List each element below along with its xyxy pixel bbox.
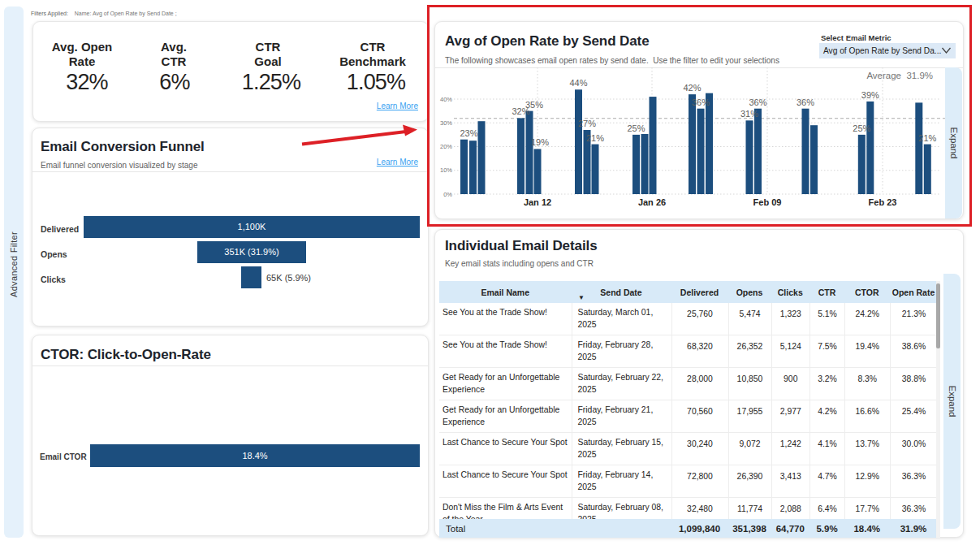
svg-text:20%: 20% [440,143,452,150]
svg-text:27%: 27% [578,119,596,128]
svg-text:19%: 19% [531,137,549,147]
svg-text:42%: 42% [683,83,701,93]
svg-text:Jan 26: Jan 26 [638,197,666,207]
svg-text:39%: 39% [861,90,879,100]
svg-text:Feb 23: Feb 23 [869,197,897,207]
svg-text:25%: 25% [627,123,645,133]
svg-text:21%: 21% [586,133,604,143]
svg-text:Feb 09: Feb 09 [753,197,782,207]
svg-text:36%: 36% [797,97,814,107]
svg-text:35%: 35% [525,100,543,110]
svg-text:44%: 44% [569,78,587,88]
svg-text:36%: 36% [692,97,710,107]
svg-text:23%: 23% [460,128,477,138]
svg-text:10%: 10% [440,167,452,174]
svg-text:25%: 25% [853,123,870,133]
svg-text:21%: 21% [918,133,936,143]
svg-text:40%: 40% [440,96,452,103]
svg-text:36%: 36% [749,97,766,107]
svg-text:31%: 31% [740,109,758,119]
svg-text:30%: 30% [440,119,452,127]
svg-text:0%: 0% [443,191,452,198]
svg-text:Jan 12: Jan 12 [524,197,551,207]
